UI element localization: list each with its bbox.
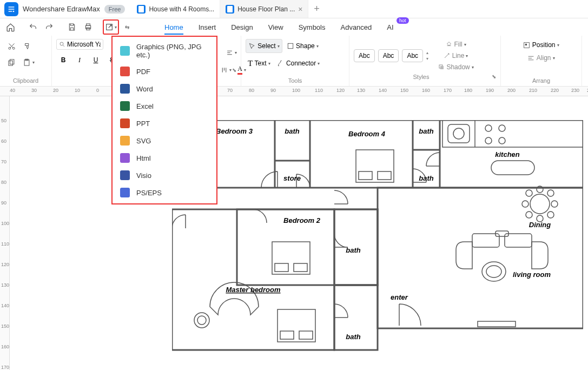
style-preset-2[interactable]: Abc: [378, 49, 399, 62]
svg-point-46: [547, 190, 554, 196]
shadow-label: Shadow: [446, 63, 470, 71]
document-icon: [137, 5, 146, 14]
menu-design[interactable]: Design: [223, 18, 260, 36]
export-graphics[interactable]: Graphics (PNG, JPG etc.): [113, 39, 216, 63]
paste-button[interactable]: [21, 55, 37, 69]
svg-rect-19: [215, 120, 583, 188]
svg-point-43: [522, 201, 528, 207]
text-label: Text: [255, 60, 267, 67]
svg-point-0: [13, 10, 15, 12]
svg-icon: [120, 136, 130, 146]
svg-rect-61: [278, 309, 315, 342]
bold-button[interactable]: B: [56, 53, 70, 67]
tab-house-4-rooms[interactable]: House with 4 Rooms...: [131, 0, 220, 18]
menu-home[interactable]: Home: [157, 18, 191, 36]
svg-point-53: [486, 266, 501, 278]
shape-label: Shape: [296, 42, 315, 50]
export-visio[interactable]: Visio: [113, 167, 216, 184]
select-label: Select: [257, 42, 275, 50]
canvas[interactable]: Bedroom 3 bath store Bedroom 4 bath bath…: [10, 96, 588, 370]
svg-rect-18: [525, 43, 527, 45]
svg-rect-60: [294, 263, 307, 272]
format-painter-button[interactable]: [21, 39, 35, 53]
text-button[interactable]: T Text: [246, 56, 273, 70]
shadow-button[interactable]: Shadow: [436, 62, 476, 72]
svg-rect-50: [505, 234, 532, 247]
svg-text:bath: bath: [419, 127, 434, 135]
menu-symbols[interactable]: Symbols: [291, 18, 333, 36]
svg-rect-49: [472, 234, 499, 247]
cut-button[interactable]: [4, 39, 18, 53]
menubar: Home Insert Design View Symbols Advanced…: [0, 18, 401, 36]
font-name-input[interactable]: [56, 39, 103, 50]
align-button[interactable]: Align: [505, 52, 577, 64]
svg-text:living room: living room: [513, 270, 551, 279]
svg-text:Bedroom 3: Bedroom 3: [216, 127, 253, 135]
svg-point-40: [530, 194, 550, 214]
shape-button[interactable]: Shape: [285, 39, 321, 53]
menu-ai[interactable]: AIhot: [379, 18, 401, 36]
font-name-field[interactable]: [67, 41, 101, 48]
export-ps-eps[interactable]: PS/EPS: [113, 184, 216, 201]
export-item-label: Visio: [136, 171, 151, 180]
copy-button[interactable]: [4, 55, 18, 69]
graphics-icon: [120, 46, 130, 56]
svg-rect-14: [288, 43, 293, 48]
line-button[interactable]: Line: [436, 50, 476, 61]
underline-button[interactable]: U: [89, 53, 103, 67]
svg-point-36: [499, 125, 505, 131]
svg-text:Bedroom 2: Bedroom 2: [283, 216, 321, 224]
ps-icon: [120, 188, 130, 197]
horizontal-ruler: 4030201007080901001101201301401501601701…: [0, 87, 588, 96]
svg-text:store: store: [283, 174, 301, 182]
align-v-button[interactable]: [219, 63, 234, 77]
svg-point-35: [485, 125, 492, 131]
styles-dialog-launcher[interactable]: ⬊: [488, 74, 496, 81]
fill-button[interactable]: Fill: [436, 39, 476, 50]
export-ppt[interactable]: PPT: [113, 115, 216, 132]
visio-icon: [120, 170, 130, 180]
svg-rect-63: [299, 331, 313, 339]
font-color-button[interactable]: A: [235, 63, 249, 77]
export-word[interactable]: Word: [113, 80, 216, 97]
align-h-button[interactable]: [224, 45, 239, 60]
vertical-ruler: 5060708090100110120130140150160170: [0, 96, 10, 370]
position-button[interactable]: Position: [505, 39, 577, 51]
titlebar: Wondershare EdrawMax Free House with 4 R…: [0, 0, 588, 18]
export-menu: Graphics (PNG, JPG etc.) PDF Word Excel …: [111, 36, 217, 204]
floor-plan[interactable]: Bedroom 3 bath store Bedroom 4 bath bath…: [172, 120, 583, 358]
close-icon[interactable]: ×: [298, 5, 302, 14]
export-item-label: PPT: [136, 120, 150, 128]
select-button[interactable]: Select: [246, 39, 282, 53]
export-svg[interactable]: SVG: [113, 132, 216, 149]
svg-point-44: [551, 201, 558, 207]
svg-point-52: [482, 262, 506, 281]
app-logo-icon: [4, 2, 18, 16]
svg-text:enter: enter: [391, 293, 408, 301]
style-preset-1[interactable]: Abc: [354, 49, 375, 62]
italic-button[interactable]: I: [72, 53, 87, 67]
export-html[interactable]: Html: [113, 149, 216, 167]
svg-point-65: [197, 316, 206, 325]
svg-text:Dining: Dining: [529, 221, 551, 229]
menu-insert[interactable]: Insert: [191, 18, 224, 36]
svg-text:bath: bath: [346, 246, 361, 254]
tab-house-floor-plan[interactable]: House Floor Plan ... ×: [220, 0, 308, 18]
tools-group-label: Tools: [246, 76, 345, 85]
connector-button[interactable]: Connector: [275, 56, 322, 70]
menu-view[interactable]: View: [261, 18, 291, 36]
export-excel[interactable]: Excel: [113, 97, 216, 115]
svg-rect-59: [275, 263, 288, 272]
app-name: Wondershare EdrawMax: [23, 5, 100, 13]
svg-rect-2: [227, 6, 233, 12]
style-up-icon[interactable]: ▴: [426, 50, 428, 55]
clipboard-group-label: Clipboard: [4, 76, 47, 85]
svg-point-13: [60, 42, 63, 45]
document-tabs: House with 4 Rooms... House Floor Plan .…: [131, 0, 325, 18]
add-tab-button[interactable]: +: [308, 0, 325, 18]
menu-advanced[interactable]: Advanced: [333, 18, 379, 36]
style-preset-3[interactable]: Abc: [402, 49, 423, 62]
style-down-icon[interactable]: ▾: [426, 56, 428, 61]
svg-rect-56: [359, 171, 372, 180]
export-pdf[interactable]: PDF: [113, 63, 216, 80]
